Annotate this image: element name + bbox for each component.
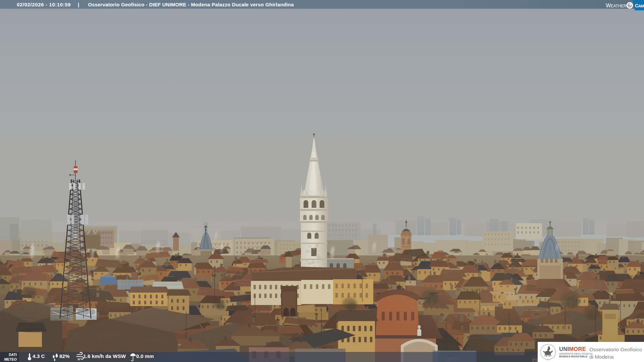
svg-text:1175: 1175 (546, 359, 550, 361)
svg-text:UNIVERSITÀ DEGLI STUDI DI: UNIVERSITÀ DEGLI STUDI DI (559, 352, 592, 355)
svg-text:WEATHER: WEATHER (606, 3, 627, 8)
svg-text:di Modena: di Modena (589, 354, 614, 360)
svg-text:MODENA E REGGIO EMILIA: MODENA E REGGIO EMILIA (559, 355, 587, 358)
svg-text:CAM: CAM (635, 3, 644, 8)
svg-text:UNIMORE: UNIMORE (559, 346, 586, 352)
svg-text:Osservatorio Geofisico: Osservatorio Geofisico (589, 347, 642, 352)
